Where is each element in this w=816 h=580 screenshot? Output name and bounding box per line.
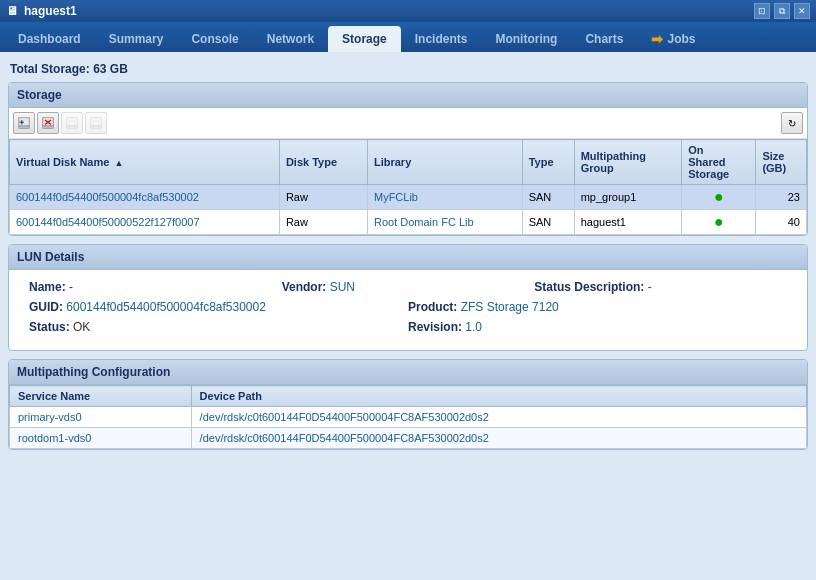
hostname-label: haguest1 bbox=[24, 4, 77, 18]
cell-library: Root Domain FC Lib bbox=[367, 210, 522, 235]
list-item[interactable]: rootdom1-vds0 /dev/rdsk/c0t600144F0D5440… bbox=[10, 428, 807, 449]
col-virtual-disk-name[interactable]: Virtual Disk Name ▲ bbox=[10, 140, 280, 185]
cell-on-shared-storage: ● bbox=[682, 210, 756, 235]
cell-type: SAN bbox=[522, 185, 574, 210]
col-on-shared-storage[interactable]: OnSharedStorage bbox=[682, 140, 756, 185]
mp-cell-device-path: /dev/rdsk/c0t600144F0D54400F500004FC8AF5… bbox=[191, 407, 806, 428]
lun-row-3: Status: OK Revision: 1.0 bbox=[29, 320, 787, 334]
cell-size-gb: 23 bbox=[756, 185, 807, 210]
lun-guid-label: GUID: bbox=[29, 300, 63, 314]
lun-name-label: Name: bbox=[29, 280, 66, 294]
table-row[interactable]: 600144f0d54400f500004fc8af530002 Raw MyF… bbox=[10, 185, 807, 210]
jobs-label: Jobs bbox=[667, 32, 695, 46]
cell-disk-type: Raw bbox=[279, 185, 367, 210]
title-bar-icons: ⊡ ⧉ ✕ bbox=[754, 3, 810, 19]
sort-icon: ▲ bbox=[114, 158, 123, 168]
mp-col-service-name: Service Name bbox=[10, 386, 192, 407]
nav-bar: Dashboard Summary Console Network Storag… bbox=[0, 22, 816, 52]
lun-status-label: Status: bbox=[29, 320, 70, 334]
lun-name-value: - bbox=[69, 280, 73, 294]
svg-rect-8 bbox=[67, 118, 78, 126]
svg-rect-1 bbox=[19, 126, 30, 128]
cell-disk-name: 600144f0d54400f50000522f127f0007 bbox=[10, 210, 280, 235]
refresh-icon: ↻ bbox=[788, 118, 796, 129]
mp-col-device-path: Device Path bbox=[191, 386, 806, 407]
col-library[interactable]: Library bbox=[367, 140, 522, 185]
storage-panel: Storage ↻ bbox=[8, 82, 808, 236]
total-storage-value: 63 GB bbox=[93, 62, 128, 76]
tab-dashboard[interactable]: Dashboard bbox=[4, 26, 95, 52]
lun-status-field: Status: OK bbox=[29, 320, 408, 334]
add-button[interactable] bbox=[13, 112, 35, 134]
lun-revision-label: Revision: bbox=[408, 320, 462, 334]
tab-storage[interactable]: Storage bbox=[328, 26, 401, 52]
mp-cell-service-name: rootdom1-vds0 bbox=[10, 428, 192, 449]
lun-row-1: Name: - Vendor: SUN Status Description: … bbox=[29, 280, 787, 294]
cell-type: SAN bbox=[522, 210, 574, 235]
lun-revision-field: Revision: 1.0 bbox=[408, 320, 787, 334]
storage-toolbar: ↻ bbox=[9, 108, 807, 139]
monitor-icon-btn[interactable]: ⊡ bbox=[754, 3, 770, 19]
cell-disk-name: 600144f0d54400f500004fc8af530002 bbox=[10, 185, 280, 210]
mp-cell-service-name: primary-vds0 bbox=[10, 407, 192, 428]
refresh-button[interactable]: ↻ bbox=[781, 112, 803, 134]
tab-charts[interactable]: Charts bbox=[571, 26, 637, 52]
cell-library: MyFCLib bbox=[367, 185, 522, 210]
lun-details-title: LUN Details bbox=[17, 250, 84, 264]
resize-icon-btn[interactable]: ⧉ bbox=[774, 3, 790, 19]
jobs-arrow-icon: ➡ bbox=[651, 31, 663, 47]
lun-product-field: Product: ZFS Storage 7120 bbox=[408, 300, 787, 314]
delete-button[interactable] bbox=[37, 112, 59, 134]
lun-vendor-value: SUN bbox=[330, 280, 355, 294]
lun-product-label: Product: bbox=[408, 300, 457, 314]
multipathing-panel-title: Multipathing Configuration bbox=[17, 365, 170, 379]
multipathing-table: Service Name Device Path primary-vds0 /d… bbox=[9, 385, 807, 449]
storage-table-container: Virtual Disk Name ▲ Disk Type Library Ty… bbox=[9, 139, 807, 235]
lun-status-desc-field: Status Description: - bbox=[534, 280, 787, 294]
close-icon-btn[interactable]: ✕ bbox=[794, 3, 810, 19]
content-area: Total Storage: 63 GB Storage ↻ bbox=[0, 52, 816, 580]
total-storage-label: Total Storage: bbox=[10, 62, 90, 76]
lun-revision-value: 1.0 bbox=[465, 320, 482, 334]
list-item[interactable]: primary-vds0 /dev/rdsk/c0t600144F0D54400… bbox=[10, 407, 807, 428]
lun-status-desc-label: Status Description: bbox=[534, 280, 644, 294]
edit-button[interactable] bbox=[61, 112, 83, 134]
lun-details-body: Name: - Vendor: SUN Status Description: … bbox=[9, 270, 807, 350]
svg-rect-10 bbox=[91, 118, 102, 126]
lun-details-panel: LUN Details Name: - Vendor: SUN Status D… bbox=[8, 244, 808, 351]
lun-name-field: Name: - bbox=[29, 280, 282, 294]
multipathing-panel-header: Multipathing Configuration bbox=[9, 360, 807, 385]
col-disk-type[interactable]: Disk Type bbox=[279, 140, 367, 185]
col-multipathing-group[interactable]: MultipathingGroup bbox=[574, 140, 682, 185]
lun-status-value: OK bbox=[73, 320, 90, 334]
tab-incidents[interactable]: Incidents bbox=[401, 26, 482, 52]
tab-network[interactable]: Network bbox=[253, 26, 328, 52]
storage-table: Virtual Disk Name ▲ Disk Type Library Ty… bbox=[9, 139, 807, 235]
svg-rect-11 bbox=[91, 126, 102, 128]
storage-panel-header: Storage bbox=[9, 83, 807, 108]
tab-jobs[interactable]: ➡ Jobs bbox=[637, 26, 709, 52]
lun-row-2: GUID: 600144f0d54400f500004fc8af530002 P… bbox=[29, 300, 787, 314]
lun-guid-value: 600144f0d54400f500004fc8af530002 bbox=[66, 300, 266, 314]
lun-status-desc-value: - bbox=[648, 280, 652, 294]
lun-product-value: ZFS Storage 7120 bbox=[461, 300, 559, 314]
lun-guid-field: GUID: 600144f0d54400f500004fc8af530002 bbox=[29, 300, 408, 314]
lun-vendor-field: Vendor: SUN bbox=[282, 280, 535, 294]
svg-rect-9 bbox=[67, 126, 78, 128]
lun-details-header: LUN Details bbox=[9, 245, 807, 270]
col-size-gb[interactable]: Size(GB) bbox=[756, 140, 807, 185]
tab-monitoring[interactable]: Monitoring bbox=[481, 26, 571, 52]
table-row[interactable]: 600144f0d54400f50000522f127f0007 Raw Roo… bbox=[10, 210, 807, 235]
cell-disk-type: Raw bbox=[279, 210, 367, 235]
app-icon: 🖥 bbox=[6, 4, 18, 18]
cell-multipathing-group: haguest1 bbox=[574, 210, 682, 235]
copy-button[interactable] bbox=[85, 112, 107, 134]
col-type[interactable]: Type bbox=[522, 140, 574, 185]
cell-multipathing-group: mp_group1 bbox=[574, 185, 682, 210]
svg-rect-5 bbox=[43, 126, 54, 128]
tab-console[interactable]: Console bbox=[177, 26, 252, 52]
mp-cell-device-path: /dev/rdsk/c0t600144F0D54400F500004FC8AF5… bbox=[191, 428, 806, 449]
tab-summary[interactable]: Summary bbox=[95, 26, 178, 52]
cell-on-shared-storage: ● bbox=[682, 185, 756, 210]
cell-size-gb: 40 bbox=[756, 210, 807, 235]
